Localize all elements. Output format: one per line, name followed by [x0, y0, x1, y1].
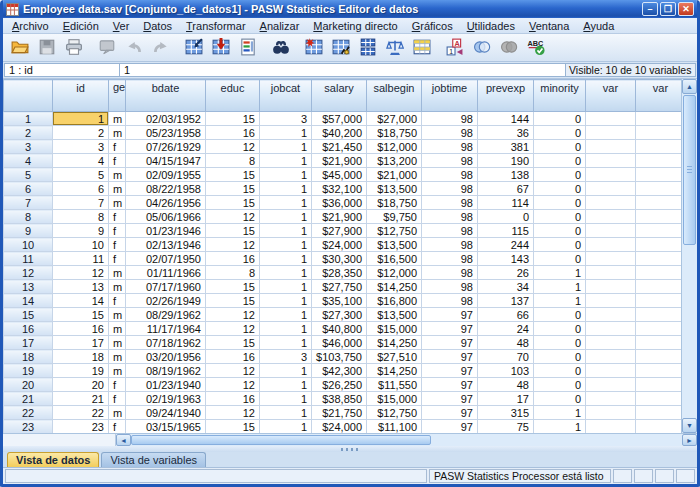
row-header[interactable]: 5 [4, 168, 53, 182]
cell-prevexp-7[interactable]: 114 [478, 196, 534, 210]
cell-educ-10[interactable]: 12 [206, 238, 260, 252]
cell-prevexp-11[interactable]: 143 [478, 252, 534, 266]
cell-id-3[interactable]: 3 [53, 140, 109, 154]
cell-var2-18[interactable] [636, 350, 682, 364]
cell-bdate-15[interactable]: 08/29/1962 [126, 308, 206, 322]
cell-prevexp-22[interactable]: 315 [478, 406, 534, 420]
cell-jobcat-9[interactable]: 1 [260, 224, 312, 238]
cell-id-11[interactable]: 11 [53, 252, 109, 266]
cell-salary-5[interactable]: $45,000 [312, 168, 367, 182]
cell-jobcat-8[interactable]: 1 [260, 210, 312, 224]
cell-bdate-1[interactable]: 02/03/1952 [126, 112, 206, 126]
cell-jobcat-15[interactable]: 1 [260, 308, 312, 322]
vertical-scroll-thumb[interactable] [683, 95, 696, 245]
cell-minority-17[interactable]: 0 [534, 336, 586, 350]
cell-salary-14[interactable]: $35,100 [312, 294, 367, 308]
find-button[interactable] [268, 36, 294, 60]
insert-variable-button[interactable] [328, 36, 354, 60]
cell-gender-6[interactable]: m [109, 182, 126, 196]
cell-jobtime-11[interactable]: 98 [422, 252, 478, 266]
cell-prevexp-9[interactable]: 115 [478, 224, 534, 238]
cell-var1-5[interactable] [586, 168, 636, 182]
column-header-educ[interactable]: educ [206, 80, 260, 112]
cell-prevexp-8[interactable]: 0 [478, 210, 534, 224]
cell-salary-8[interactable]: $21,900 [312, 210, 367, 224]
cell-id-18[interactable]: 18 [53, 350, 109, 364]
cell-bdate-19[interactable]: 08/19/1962 [126, 364, 206, 378]
cell-var1-23[interactable] [586, 420, 636, 434]
cell-salary-7[interactable]: $36,000 [312, 196, 367, 210]
cell-gender-2[interactable]: m [109, 126, 126, 140]
cell-salbegin-3[interactable]: $12,000 [367, 140, 422, 154]
cell-gender-1[interactable]: m [109, 112, 126, 126]
cell-salary-10[interactable]: $24,000 [312, 238, 367, 252]
cell-bdate-7[interactable]: 04/26/1956 [126, 196, 206, 210]
cell-prevexp-2[interactable]: 36 [478, 126, 534, 140]
split-file-button[interactable] [355, 36, 381, 60]
cell-var1-11[interactable] [586, 252, 636, 266]
cell-bdate-14[interactable]: 02/26/1949 [126, 294, 206, 308]
cell-educ-8[interactable]: 12 [206, 210, 260, 224]
cell-var1-12[interactable] [586, 266, 636, 280]
cell-gender-11[interactable]: f [109, 252, 126, 266]
cell-gender-9[interactable]: f [109, 224, 126, 238]
cell-educ-22[interactable]: 12 [206, 406, 260, 420]
horizontal-scrollbar[interactable]: ◄ ► [116, 434, 697, 446]
cell-id-14[interactable]: 14 [53, 294, 109, 308]
cell-salbegin-4[interactable]: $13,200 [367, 154, 422, 168]
cell-gender-10[interactable]: f [109, 238, 126, 252]
cell-jobtime-23[interactable]: 97 [422, 420, 478, 434]
cell-jobtime-13[interactable]: 98 [422, 280, 478, 294]
cell-salary-17[interactable]: $46,000 [312, 336, 367, 350]
scroll-down-icon[interactable]: ▼ [682, 418, 697, 433]
cell-educ-2[interactable]: 16 [206, 126, 260, 140]
column-header-id[interactable]: id [53, 80, 109, 112]
cell-salbegin-10[interactable]: $13,500 [367, 238, 422, 252]
cell-minority-14[interactable]: 1 [534, 294, 586, 308]
menu-ayuda[interactable]: Ayuda [576, 19, 621, 33]
cell-salary-19[interactable]: $42,300 [312, 364, 367, 378]
horizontal-scroll-thumb[interactable] [131, 435, 431, 445]
cell-educ-4[interactable]: 8 [206, 154, 260, 168]
vertical-scroll-track[interactable] [682, 246, 697, 418]
menu-ventana[interactable]: Ventana [522, 19, 576, 33]
cell-salary-15[interactable]: $27,300 [312, 308, 367, 322]
cell-gender-20[interactable]: f [109, 378, 126, 392]
cell-jobtime-1[interactable]: 98 [422, 112, 478, 126]
row-header[interactable]: 16 [4, 322, 53, 336]
cell-salbegin-7[interactable]: $18,750 [367, 196, 422, 210]
menu-edicion[interactable]: Edición [56, 19, 106, 33]
row-header[interactable]: 10 [4, 238, 53, 252]
cell-var2-15[interactable] [636, 308, 682, 322]
cell-salbegin-2[interactable]: $18,750 [367, 126, 422, 140]
cell-gender-23[interactable]: f [109, 420, 126, 434]
cell-id-12[interactable]: 12 [53, 266, 109, 280]
cell-jobtime-7[interactable]: 98 [422, 196, 478, 210]
cell-var1-6[interactable] [586, 182, 636, 196]
cell-id-5[interactable]: 5 [53, 168, 109, 182]
column-header-var1[interactable]: var [586, 80, 636, 112]
cell-minority-5[interactable]: 0 [534, 168, 586, 182]
menu-archivo[interactable]: Archivo [5, 19, 56, 33]
row-header[interactable]: 9 [4, 224, 53, 238]
cell-educ-6[interactable]: 15 [206, 182, 260, 196]
cell-jobcat-5[interactable]: 1 [260, 168, 312, 182]
cell-id-23[interactable]: 23 [53, 420, 109, 434]
cell-id-22[interactable]: 22 [53, 406, 109, 420]
cell-jobcat-19[interactable]: 1 [260, 364, 312, 378]
cell-jobcat-10[interactable]: 1 [260, 238, 312, 252]
cell-gender-16[interactable]: m [109, 322, 126, 336]
print-button[interactable] [61, 36, 87, 60]
column-header-jobtime[interactable]: jobtime [422, 80, 478, 112]
cell-gender-17[interactable]: m [109, 336, 126, 350]
cell-educ-1[interactable]: 15 [206, 112, 260, 126]
cell-salbegin-9[interactable]: $12,750 [367, 224, 422, 238]
column-header-prevexp[interactable]: prevexp [478, 80, 534, 112]
cell-var2-20[interactable] [636, 378, 682, 392]
cell-jobtime-2[interactable]: 98 [422, 126, 478, 140]
cell-prevexp-20[interactable]: 48 [478, 378, 534, 392]
cell-educ-23[interactable]: 15 [206, 420, 260, 434]
cell-educ-13[interactable]: 15 [206, 280, 260, 294]
cell-var1-20[interactable] [586, 378, 636, 392]
cell-gender-13[interactable]: m [109, 280, 126, 294]
